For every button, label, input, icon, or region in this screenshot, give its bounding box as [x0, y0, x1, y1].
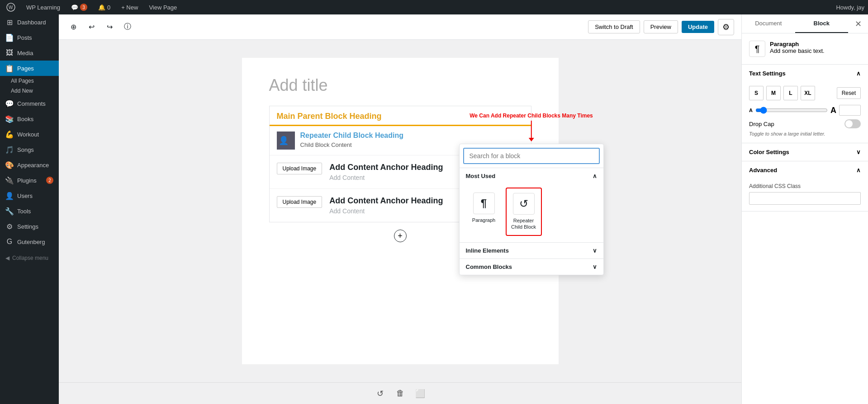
info-button[interactable]: ⓘ: [120, 20, 135, 34]
bottom-toolbar: ↺ 🗑 ⬜: [59, 382, 741, 404]
custom-size-row: A A: [749, 105, 861, 116]
size-btn-m[interactable]: M: [766, 86, 781, 100]
right-panel-close-button[interactable]: ✕: [850, 16, 866, 32]
inline-elements-label: Inline Elements: [466, 247, 509, 254]
additional-css-input[interactable]: [749, 192, 861, 205]
child-block-heading[interactable]: Repeater Child Block Heading: [300, 132, 404, 140]
advanced-section: Advanced ∧ Additional CSS Class: [742, 161, 868, 211]
common-blocks-chevron: ∨: [593, 263, 597, 270]
site-name[interactable]: WP Learning: [24, 4, 63, 11]
sidebar-subitem-all-pages[interactable]: All Pages: [0, 76, 59, 86]
sidebar-subitem-add-new[interactable]: Add New: [0, 86, 59, 96]
parent-block-heading[interactable]: Main Parent Block Heading: [270, 106, 531, 126]
reset-size-button[interactable]: Reset: [837, 87, 861, 99]
text-settings-label: Text Settings: [749, 70, 786, 77]
posts-icon: 📄: [5, 33, 14, 42]
advanced-header[interactable]: Advanced ∧: [742, 161, 868, 179]
update-button[interactable]: Update: [682, 21, 714, 33]
anchor-heading-1[interactable]: Add Content Anchor Heading: [329, 163, 443, 172]
anchor-heading-2[interactable]: Add Content Anchor Heading: [329, 196, 443, 206]
sidebar-item-gutenberg[interactable]: G Gutenberg: [0, 234, 59, 249]
sidebar-item-plugins[interactable]: 🔌 Plugins 2: [0, 173, 59, 188]
tools-icon: 🔧: [5, 207, 14, 215]
workout-icon: 💪: [5, 130, 14, 138]
bottom-layout-button[interactable]: ⬜: [413, 386, 427, 401]
main-layout: ⊞ Dashboard 📄 Posts 🖼 Media 📋 Pages All …: [0, 14, 868, 404]
redo-button[interactable]: ↪: [102, 20, 117, 34]
sidebar-item-label: Appearance: [17, 162, 49, 169]
songs-icon: 🎵: [5, 146, 14, 154]
tab-document[interactable]: Document: [742, 14, 795, 33]
size-btn-xl[interactable]: XL: [801, 86, 815, 100]
sidebar-item-workout[interactable]: 💪 Workout: [0, 127, 59, 142]
inline-elements-header[interactable]: Inline Elements ∨: [460, 243, 603, 258]
updates-link[interactable]: 🔔 0: [95, 4, 113, 11]
child-block-content[interactable]: Child Block Content: [300, 141, 404, 148]
color-settings-chevron: ∨: [856, 149, 861, 155]
additional-css-label: Additional CSS Class: [749, 183, 801, 189]
upload-image-button-2[interactable]: Upload Image: [277, 196, 323, 208]
collapse-menu-button[interactable]: ◀ Collapse menu: [0, 249, 59, 267]
font-size-slider[interactable]: [755, 107, 828, 114]
drop-cap-toggle[interactable]: [844, 119, 861, 128]
most-used-header[interactable]: Most Used ∧: [460, 168, 603, 184]
sidebar-item-label: Dashboard: [17, 19, 46, 26]
sidebar-item-songs[interactable]: 🎵 Songs: [0, 142, 59, 157]
repeater-child-block-icon: ↺: [513, 193, 535, 215]
sidebar-item-appearance[interactable]: 🎨 Appearance: [0, 157, 59, 173]
collapse-icon: ◀: [5, 255, 9, 261]
block-search-input[interactable]: [463, 148, 600, 164]
sidebar-item-pages[interactable]: 📋 Pages: [0, 61, 59, 76]
preview-button[interactable]: Preview: [644, 20, 678, 33]
custom-size-input[interactable]: [839, 105, 861, 116]
block-item-paragraph[interactable]: ¶ Paragraph: [466, 188, 502, 236]
sidebar-item-tools[interactable]: 🔧 Tools: [0, 203, 59, 219]
block-info-icon: ¶: [749, 41, 765, 57]
books-icon: 📚: [5, 115, 14, 123]
sidebar-item-users[interactable]: 👤 Users: [0, 188, 59, 203]
size-btn-s[interactable]: S: [749, 86, 764, 100]
right-panel-content: ¶ Paragraph Add some basic text. Text Se…: [742, 33, 868, 404]
comments-link[interactable]: 💬 3: [68, 4, 90, 11]
upload-image-button-1[interactable]: Upload Image: [277, 163, 323, 174]
drop-cap-row: Drop Cap: [749, 119, 861, 128]
plugins-badge: 2: [46, 177, 53, 184]
sidebar-item-settings[interactable]: ⚙ Settings: [0, 219, 59, 234]
bottom-undo-button[interactable]: ↺: [373, 386, 388, 401]
anchor-content-2[interactable]: Add Content: [329, 207, 443, 215]
color-settings-header[interactable]: Color Settings ∨: [742, 143, 868, 161]
sidebar: ⊞ Dashboard 📄 Posts 🖼 Media 📋 Pages All …: [0, 14, 59, 404]
switch-to-draft-button[interactable]: Switch to Draft: [588, 20, 640, 33]
common-blocks-header[interactable]: Common Blocks ∨: [460, 259, 603, 275]
dashboard-icon: ⊞: [5, 18, 14, 26]
sidebar-item-label: Plugins: [17, 177, 37, 184]
block-info: ¶ Paragraph Add some basic text.: [742, 33, 868, 65]
anchor-content-1[interactable]: Add Content: [329, 174, 443, 181]
text-settings-header[interactable]: Text Settings ∧: [742, 65, 868, 82]
wp-logo[interactable]: W: [4, 3, 18, 12]
sidebar-item-label: Pages: [17, 65, 34, 72]
sidebar-item-posts[interactable]: 📄 Posts: [0, 30, 59, 45]
sidebar-item-media[interactable]: 🖼 Media: [0, 45, 59, 61]
bottom-trash-button[interactable]: 🗑: [393, 386, 408, 401]
page-title[interactable]: Add title: [269, 76, 531, 95]
content-anchor-text-1: Add Content Anchor Heading Add Content: [329, 163, 443, 181]
sidebar-item-books[interactable]: 📚 Books: [0, 111, 59, 127]
undo-button[interactable]: ↩: [84, 20, 99, 34]
block-item-repeater-child[interactable]: ↺ Repeater Child Block: [506, 188, 542, 236]
page-settings-button[interactable]: ⚙: [718, 19, 734, 35]
advanced-content: Additional CSS Class: [742, 179, 868, 211]
new-content-link[interactable]: + New: [119, 4, 141, 11]
sidebar-item-dashboard[interactable]: ⊞ Dashboard: [0, 14, 59, 30]
common-blocks-label: Common Blocks: [466, 263, 512, 270]
tab-block[interactable]: Block: [795, 14, 849, 33]
view-page-link[interactable]: View Page: [146, 4, 180, 11]
block-info-description: Add some basic text.: [770, 47, 825, 54]
size-btn-l[interactable]: L: [783, 86, 798, 100]
add-block-button[interactable]: ⊕: [66, 20, 81, 34]
sidebar-item-comments[interactable]: 💬 Comments: [0, 96, 59, 111]
comments-icon: 💬: [5, 99, 14, 108]
inserter-search-container: [460, 144, 603, 168]
add-block-inline-button[interactable]: +: [394, 230, 407, 242]
repeater-child-block-label: Repeater Child Block: [509, 217, 538, 230]
